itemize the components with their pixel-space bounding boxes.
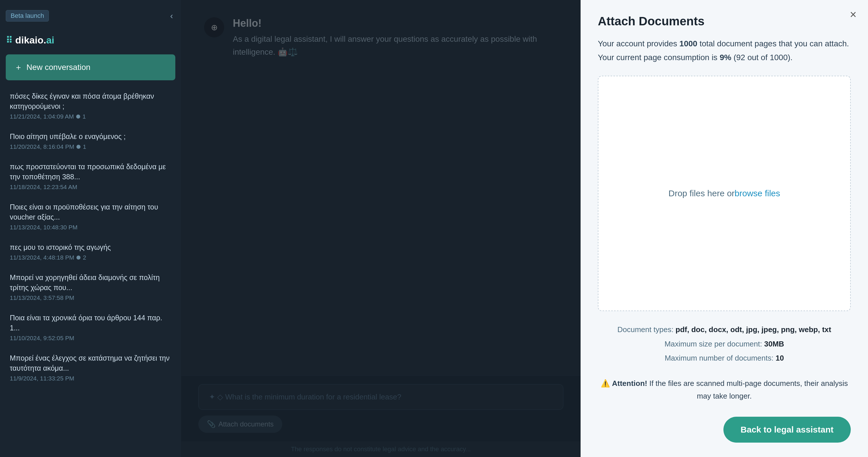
main-chat-area: ⊕ Hello! As a digital legal assistant, I… bbox=[181, 0, 581, 457]
conversation-date: 11/21/2024, 1:04:09 AM bbox=[10, 113, 74, 120]
conversation-item[interactable]: Ποια είναι τα χρονικά όρια του άρθρου 14… bbox=[6, 308, 175, 347]
panel-close-button[interactable]: × bbox=[850, 9, 857, 20]
max-docs-line: Maximum number of documents: 10 bbox=[598, 351, 851, 365]
conversation-count: 2 bbox=[83, 254, 86, 261]
conversation-meta: 11/13/2024, 4:48:18 PM2 bbox=[10, 254, 171, 261]
conversation-title: πόσες δίκες έγιναν και πόσα άτομα βρέθηκ… bbox=[10, 91, 171, 111]
collapse-button[interactable]: ‹ bbox=[168, 9, 175, 23]
conversation-item[interactable]: πες μου το ιστορικό της αγωγής11/13/2024… bbox=[6, 237, 175, 266]
total-pages: 1000 bbox=[679, 39, 697, 48]
conversation-title: Μπορεί να χορηγηθεί άδεια διαμονής σε πο… bbox=[10, 273, 171, 293]
max-size-label: Maximum size per document: bbox=[664, 340, 764, 348]
conversation-title: Ποια είναι τα χρονικά όρια του άρθρου 14… bbox=[10, 313, 171, 333]
logo-accent: ai bbox=[46, 34, 54, 46]
conversation-date: 11/13/2024, 3:57:58 PM bbox=[10, 294, 74, 301]
logo: ⠿ dikaio.ai bbox=[6, 32, 175, 49]
browse-files-link[interactable]: browse files bbox=[735, 189, 780, 198]
attention-label: Attention! bbox=[612, 379, 647, 388]
panel-description: Your account provides 1000 total documen… bbox=[598, 37, 851, 64]
max-docs-value: 10 bbox=[775, 354, 784, 362]
doc-types-label: Document types: bbox=[617, 325, 676, 334]
conversation-title: πως προστατεύονται τα προσωπικά δεδομένα… bbox=[10, 162, 171, 182]
conversation-dot-icon bbox=[76, 145, 81, 149]
conversation-list: πόσες δίκες έγιναν και πόσα άτομα βρέθηκ… bbox=[6, 86, 175, 387]
conversation-meta: 11/21/2024, 1:04:09 AM1 bbox=[10, 113, 171, 120]
drop-zone[interactable]: Drop files here or browse files bbox=[598, 76, 851, 311]
sidebar-header: Beta launch ‹ bbox=[6, 9, 175, 23]
conversation-date: 11/20/2024, 8:16:04 PM bbox=[10, 143, 74, 150]
conversation-meta: 11/13/2024, 3:57:58 PM bbox=[10, 294, 171, 301]
conversation-date: 11/13/2024, 4:48:18 PM bbox=[10, 254, 74, 261]
conversation-meta: 11/10/2024, 9:52:05 PM bbox=[10, 335, 171, 342]
new-conversation-label: New conversation bbox=[26, 63, 91, 72]
attach-documents-panel: × Attach Documents Your account provides… bbox=[581, 0, 868, 457]
conversation-meta: 11/9/2024, 11:33:25 PM bbox=[10, 375, 171, 382]
desc-start: Your account provides bbox=[598, 39, 679, 48]
conversation-title: Ποιο αίτηση υπέβαλε ο εναγόμενος ; bbox=[10, 132, 171, 142]
conversation-title: Ποιες είναι οι προϋποθέσεις για την αίτη… bbox=[10, 202, 171, 222]
conversation-title: Μπορεί ένας έλεγχος σε κατάστημα να ζητή… bbox=[10, 353, 171, 373]
conversation-dot-icon bbox=[76, 256, 81, 260]
conversation-count: 1 bbox=[83, 113, 86, 120]
panel-title: Attach Documents bbox=[598, 15, 851, 28]
consumption-pct: 9% bbox=[720, 53, 731, 62]
doc-types-value: pdf, doc, docx, odt, jpg, jpeg, png, web… bbox=[676, 325, 831, 334]
logo-text: dikaio.ai bbox=[15, 34, 54, 46]
max-docs-label: Maximum number of documents: bbox=[665, 354, 776, 362]
attention-text: If the files are scanned multi-page docu… bbox=[649, 379, 848, 400]
conversation-date: 11/9/2024, 11:33:25 PM bbox=[10, 375, 74, 382]
logo-icon: ⠿ bbox=[6, 35, 12, 46]
logo-main: dikaio. bbox=[15, 34, 46, 46]
attention-icon: ⚠️ bbox=[601, 379, 610, 388]
conversation-item[interactable]: Ποιες είναι οι προϋποθέσεις για την αίτη… bbox=[6, 197, 175, 236]
conversation-item[interactable]: Μπορεί ένας έλεγχος σε κατάστημα να ζητή… bbox=[6, 348, 175, 387]
beta-badge: Beta launch bbox=[6, 10, 49, 22]
conversation-item[interactable]: Ποιο αίτηση υπέβαλε ο εναγόμενος ;11/20/… bbox=[6, 126, 175, 155]
conversation-dot-icon bbox=[76, 115, 80, 119]
consumption-detail: (92 out of 1000). bbox=[731, 53, 793, 62]
plus-icon: ＋ bbox=[14, 62, 23, 73]
conversation-count: 1 bbox=[83, 143, 86, 150]
back-to-legal-assistant-button[interactable]: Back to legal assistant bbox=[723, 417, 851, 442]
panel-overlay bbox=[181, 0, 581, 457]
doc-types-line: Document types: pdf, doc, docx, odt, jpg… bbox=[598, 323, 851, 337]
conversation-title: πες μου το ιστορικό της αγωγής bbox=[10, 242, 171, 252]
conversation-date: 11/18/2024, 12:23:54 AM bbox=[10, 183, 77, 191]
conversation-item[interactable]: πως προστατεύονται τα προσωπικά δεδομένα… bbox=[6, 156, 175, 196]
sidebar: Beta launch ‹ ⠿ dikaio.ai ＋ New conversa… bbox=[0, 0, 181, 457]
conversation-date: 11/13/2024, 10:48:30 PM bbox=[10, 224, 78, 231]
attention-box: ⚠️ Attention! If the files are scanned m… bbox=[598, 377, 851, 402]
max-size-value: 30MB bbox=[764, 340, 784, 348]
drop-text: Drop files here or bbox=[669, 189, 735, 198]
conversation-meta: 11/18/2024, 12:23:54 AM bbox=[10, 183, 171, 191]
max-size-line: Maximum size per document: 30MB bbox=[598, 337, 851, 351]
conversation-meta: 11/13/2024, 10:48:30 PM bbox=[10, 224, 171, 231]
conversation-item[interactable]: πόσες δίκες έγιναν και πόσα άτομα βρέθηκ… bbox=[6, 86, 175, 125]
conversation-item[interactable]: Μπορεί να χορηγηθεί άδεια διαμονής σε πο… bbox=[6, 267, 175, 307]
conversation-meta: 11/20/2024, 8:16:04 PM1 bbox=[10, 143, 171, 150]
new-conversation-button[interactable]: ＋ New conversation bbox=[6, 54, 175, 80]
doc-info: Document types: pdf, doc, docx, odt, jpg… bbox=[598, 323, 851, 365]
conversation-date: 11/10/2024, 9:52:05 PM bbox=[10, 335, 74, 342]
